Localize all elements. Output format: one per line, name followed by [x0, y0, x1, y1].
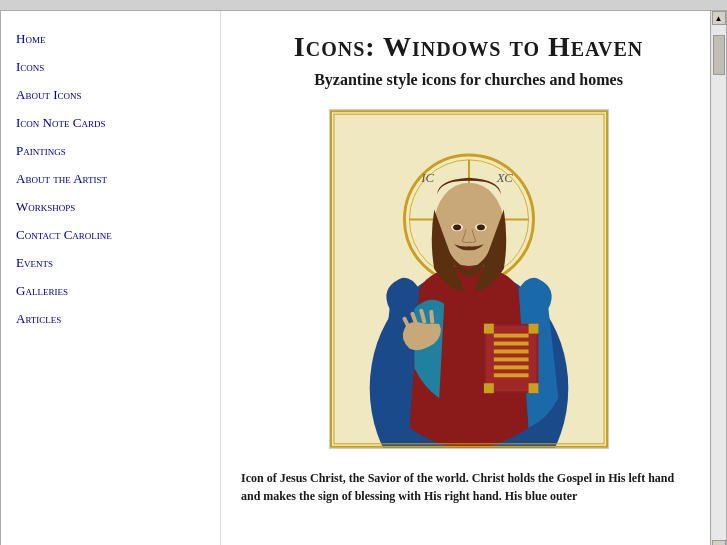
nav-icons[interactable]: Icons	[16, 59, 205, 75]
svg-rect-19	[528, 324, 538, 334]
nav-home[interactable]: Home	[16, 31, 205, 47]
scrollbar: ▲ ▼	[710, 11, 726, 545]
main-window: Home Icons About Icons Icon Note Cards P…	[0, 10, 727, 545]
christ-icon: ΙС ХС ω ν	[329, 109, 609, 449]
svg-point-25	[453, 224, 461, 230]
nav-paintings[interactable]: Paintings	[16, 143, 205, 159]
svg-rect-21	[528, 383, 538, 393]
svg-rect-18	[483, 324, 493, 334]
scrollbar-thumb[interactable]	[713, 35, 725, 75]
svg-rect-12	[493, 334, 528, 338]
main-content: Icons: Windows to Heaven Byzantine style…	[221, 11, 726, 545]
svg-point-26	[476, 224, 484, 230]
nav-articles[interactable]: Articles	[16, 311, 205, 327]
svg-rect-16	[493, 365, 528, 369]
sidebar: Home Icons About Icons Icon Note Cards P…	[1, 11, 221, 545]
nav-about-icons[interactable]: About Icons	[16, 87, 205, 103]
nav-galleries[interactable]: Galleries	[16, 283, 205, 299]
nav-about-artist[interactable]: About the Artist	[16, 171, 205, 187]
nav-workshops[interactable]: Workshops	[16, 199, 205, 215]
svg-text:ΙС: ΙС	[420, 171, 434, 185]
scroll-up-button[interactable]: ▲	[712, 11, 726, 25]
svg-text:ХС: ХС	[495, 171, 512, 185]
nav-contact-caroline[interactable]: Contact Caroline	[16, 227, 205, 243]
svg-rect-14	[493, 349, 528, 353]
nav-events[interactable]: Events	[16, 255, 205, 271]
scroll-down-button[interactable]: ▼	[712, 540, 726, 545]
nav-icon-note-cards[interactable]: Icon Note Cards	[16, 115, 205, 131]
page-title: Icons: Windows to Heaven	[241, 31, 696, 63]
icon-caption: Icon of Jesus Christ, the Savior of the …	[241, 464, 696, 505]
svg-line-30	[431, 312, 432, 322]
icon-image-container: ΙС ХС ω ν	[241, 109, 696, 449]
svg-rect-15	[493, 357, 528, 361]
svg-rect-17	[493, 373, 528, 377]
scrollbar-track[interactable]	[712, 25, 726, 540]
page-subtitle: Byzantine style icons for churches and h…	[241, 71, 696, 89]
svg-rect-20	[483, 383, 493, 393]
svg-rect-13	[493, 342, 528, 346]
